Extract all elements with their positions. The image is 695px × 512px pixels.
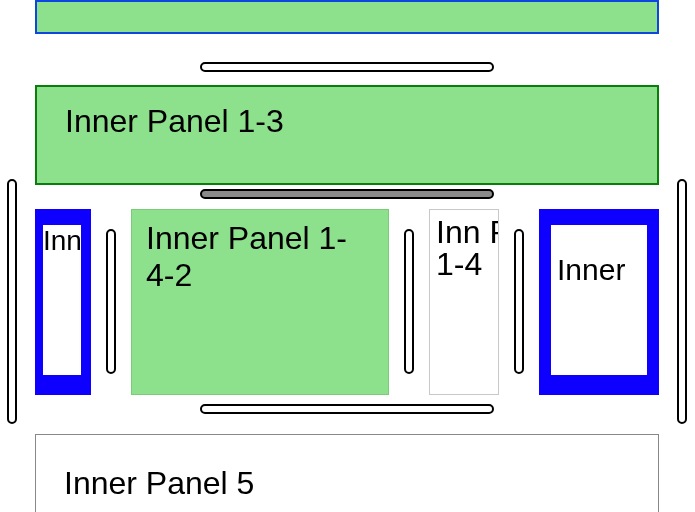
inner-panel-1-4-4-content[interactable]: Inner: [551, 225, 647, 375]
inner-panel-1-3-label: Inner Panel 1-3: [65, 103, 284, 139]
inner-panel-1-4-3[interactable]: Inn Pa 1-4: [429, 209, 499, 395]
v-divider-3[interactable]: [514, 229, 524, 374]
inner-panel-1-2: [35, 0, 659, 34]
inner-panel-1-3[interactable]: Inner Panel 1-3: [35, 85, 659, 185]
v-divider-1[interactable]: [106, 229, 116, 374]
inner-panel-1-4-1-content[interactable]: Inner: [43, 225, 81, 375]
v-divider-outer-right[interactable]: [677, 179, 687, 424]
h-divider-3[interactable]: [200, 404, 494, 414]
inner-panel-1-4-2-label: Inner Panel 1-4-2: [146, 220, 347, 293]
v-divider-2[interactable]: [404, 229, 414, 374]
inner-panel-1-4-2: Inner Panel 1-4-2: [131, 209, 389, 395]
v-divider-outer-left[interactable]: [7, 179, 17, 424]
inner-panel-5: Inner Panel 5: [35, 434, 659, 512]
inner-panel-1-4-4-label: Inner: [557, 253, 625, 286]
inner-panel-5-label: Inner Panel 5: [64, 465, 254, 501]
inner-panel-1-4-4: Inner: [539, 209, 659, 395]
inner-panel-1-4-3-label: Inn Pa 1-4: [436, 214, 499, 282]
inner-panel-1-4-1: Inner: [35, 209, 91, 395]
inner-panel-1-4-1-label: Inner: [43, 225, 81, 256]
h-divider-2[interactable]: [200, 189, 494, 199]
h-divider-1[interactable]: [200, 62, 494, 72]
